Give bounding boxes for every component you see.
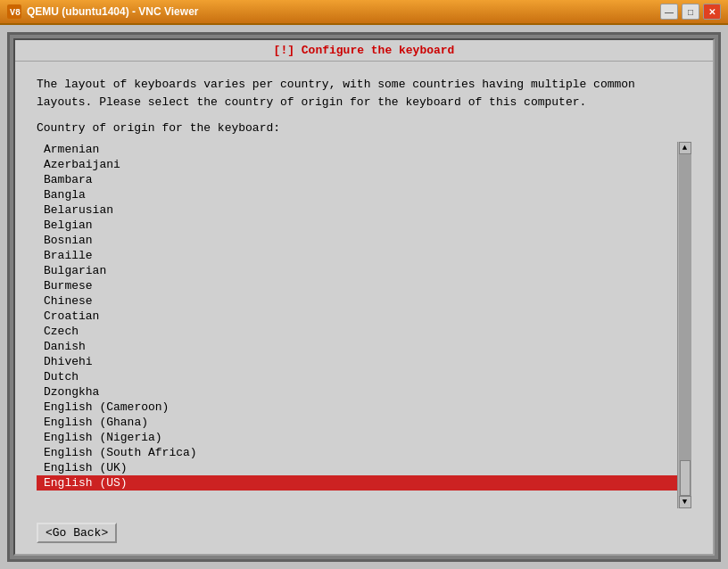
- list-item[interactable]: Chinese: [37, 293, 677, 309]
- list-item[interactable]: English (Nigeria): [37, 430, 677, 445]
- title-bar: V8 QEMU (ubuntu1404) - VNC Viewer — □ ✕: [0, 0, 728, 25]
- list-item[interactable]: English (UK): [37, 460, 677, 475]
- list-item[interactable]: Czech: [37, 324, 677, 339]
- svg-text:V8: V8: [10, 8, 21, 18]
- list-item[interactable]: Croatian: [37, 309, 677, 324]
- window-controls: — □ ✕: [660, 4, 721, 20]
- list-item[interactable]: Dzongkha: [37, 384, 677, 400]
- dialog-title: [!] Configure the keyboard: [15, 40, 713, 62]
- window-title: QEMU (ubuntu1404) - VNC Viewer: [27, 5, 660, 18]
- list-item[interactable]: Dhivehi: [37, 354, 677, 369]
- country-label: Country of origin for the keyboard:: [37, 121, 691, 135]
- list-item[interactable]: Bambara: [37, 172, 677, 187]
- minimize-button[interactable]: —: [660, 4, 678, 20]
- list-container: ArmenianAzerbaijaniBambaraBanglaBelarusi…: [37, 142, 691, 508]
- list-item[interactable]: Bulgarian: [37, 263, 677, 278]
- list-item[interactable]: Belgian: [37, 218, 677, 233]
- scroll-thumb[interactable]: [680, 460, 691, 496]
- app-icon: V8: [7, 4, 21, 19]
- list-item[interactable]: English (Cameroon): [37, 400, 677, 415]
- list-item[interactable]: Belarusian: [37, 202, 677, 218]
- configure-keyboard-dialog: [!] Configure the keyboard The layout of…: [13, 38, 715, 556]
- maximize-button[interactable]: □: [682, 4, 699, 20]
- window-body: [!] Configure the keyboard The layout of…: [0, 25, 728, 569]
- list-item[interactable]: Armenian: [37, 142, 677, 157]
- list-item[interactable]: Danish: [37, 339, 677, 354]
- list-item[interactable]: English (Ghana): [37, 415, 677, 430]
- scroll-down-button[interactable]: ▼: [679, 496, 691, 508]
- language-list[interactable]: ArmenianAzerbaijaniBambaraBanglaBelarusi…: [37, 142, 677, 508]
- description-text: The layout of keyboards varies per count…: [37, 76, 691, 111]
- button-row: <Go Back>: [37, 519, 691, 547]
- list-item[interactable]: Bangla: [37, 187, 677, 202]
- list-item[interactable]: Dutch: [37, 369, 677, 384]
- go-back-button[interactable]: <Go Back>: [37, 523, 117, 543]
- scroll-track: [679, 154, 691, 496]
- scroll-up-button[interactable]: ▲: [679, 142, 691, 154]
- list-item[interactable]: English (US): [37, 475, 677, 491]
- list-item[interactable]: Azerbaijani: [37, 157, 677, 172]
- list-item[interactable]: Bosnian: [37, 233, 677, 248]
- terminal-frame: [!] Configure the keyboard The layout of…: [7, 32, 721, 562]
- list-item[interactable]: English (South Africa): [37, 445, 677, 460]
- close-button[interactable]: ✕: [703, 4, 721, 20]
- scrollbar[interactable]: ▲ ▼: [677, 142, 691, 508]
- list-item[interactable]: Braille: [37, 248, 677, 263]
- dialog-content: The layout of keyboards varies per count…: [15, 62, 713, 554]
- list-item[interactable]: Burmese: [37, 278, 677, 293]
